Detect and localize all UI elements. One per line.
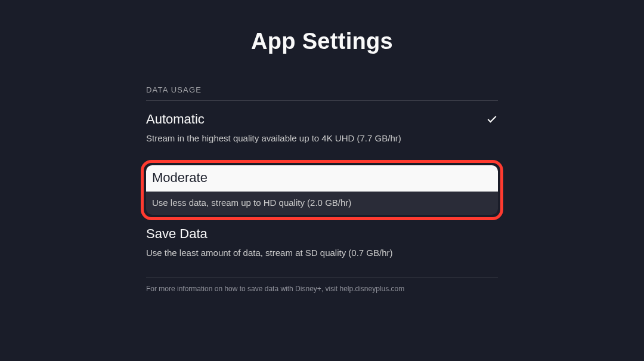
page-title: App Settings [146, 29, 498, 54]
option-description: Use less data, stream up to HD quality (… [152, 198, 492, 208]
section-header-data-usage: DATA USAGE [146, 85, 498, 101]
option-title: Moderate [152, 170, 492, 186]
option-automatic[interactable]: Automatic Stream in the highest quality … [146, 112, 498, 154]
footer-note: For more information on how to save data… [146, 277, 498, 293]
option-moderate[interactable]: Moderate Use less data, stream up to HD … [146, 165, 498, 215]
highlight-annotation: Moderate Use less data, stream up to HD … [141, 160, 503, 220]
option-title: Save Data [146, 226, 208, 242]
option-save-data[interactable]: Save Data Use the least amount of data, … [146, 226, 498, 269]
option-description: Use the least amount of data, stream at … [146, 248, 498, 258]
checkmark-icon [486, 113, 498, 125]
option-description: Stream in the highest quality available … [146, 133, 498, 143]
option-title: Automatic [146, 112, 205, 127]
